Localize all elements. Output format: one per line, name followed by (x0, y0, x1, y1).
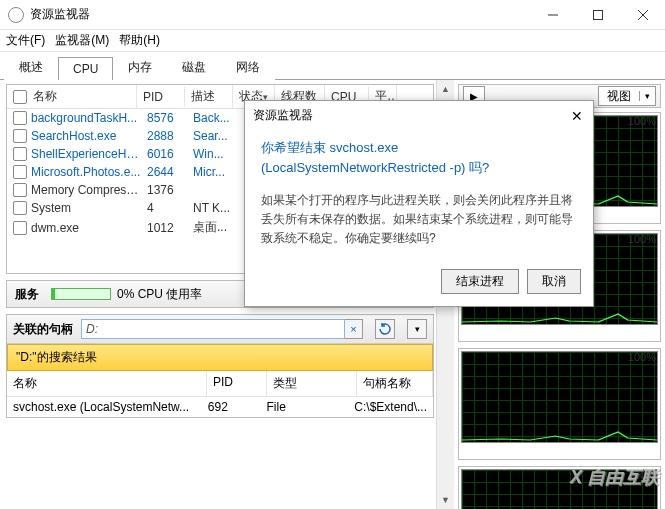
row-checkbox[interactable] (13, 129, 27, 143)
process-pid: 4 (141, 201, 189, 215)
dialog-close-button[interactable]: ✕ (569, 108, 585, 124)
handle-name: svchost.exe (LocalSystemNetw... (7, 400, 202, 414)
hcol-type[interactable]: 类型 (267, 371, 357, 396)
cancel-button[interactable]: 取消 (527, 269, 581, 294)
svg-rect-0 (593, 10, 602, 19)
process-pid: 1376 (141, 183, 189, 197)
dialog-title: 资源监视器 (253, 107, 569, 124)
window-title: 资源监视器 (30, 6, 530, 23)
process-desc: Win... (189, 147, 249, 161)
dialog-question: 你希望结束 svchost.exe (LocalSystemNetworkRes… (245, 130, 593, 185)
cpu-graph: CPU 0100% (458, 466, 661, 509)
confirm-dialog: 资源监视器 ✕ 你希望结束 svchost.exe (LocalSystemNe… (244, 100, 594, 307)
titlebar: 资源监视器 (0, 0, 665, 30)
row-checkbox[interactable] (13, 201, 27, 215)
handles-result-bar: "D:"的搜索结果 (7, 344, 433, 371)
hcol-name[interactable]: 名称 (7, 371, 207, 396)
view-select[interactable]: 视图 ▾ (598, 86, 656, 106)
tab-overview[interactable]: 概述 (4, 54, 58, 80)
menu-monitor[interactable]: 监视器(M) (55, 32, 109, 49)
search-go-button[interactable] (375, 319, 395, 339)
tab-cpu[interactable]: CPU (58, 57, 113, 80)
scroll-up-icon[interactable]: ▲ (437, 80, 454, 98)
handles-panel: 关联的句柄 × ▾ "D:"的搜索结果 名称 PID 类型 句柄名称 svcho… (6, 314, 434, 418)
handles-search-input[interactable] (81, 319, 345, 339)
menubar: 文件(F) 监视器(M) 帮助(H) (0, 30, 665, 52)
graph-scale: 100% (628, 351, 656, 363)
graph-line (462, 304, 657, 324)
graph-scale: 100% (628, 233, 656, 245)
app-icon (8, 7, 24, 23)
handles-row[interactable]: svchost.exe (LocalSystemNetw...692FileC:… (7, 397, 433, 417)
select-all-checkbox[interactable] (13, 90, 27, 104)
tab-bar: 概述 CPU 内存 磁盘 网络 (0, 52, 665, 80)
process-pid: 8576 (141, 111, 189, 125)
process-desc: Micr... (189, 165, 249, 179)
view-label: 视图 (599, 88, 639, 105)
row-checkbox[interactable] (13, 111, 27, 125)
handle-pid: 692 (202, 400, 261, 414)
cpu-graph: 100% (458, 348, 661, 460)
graph-scale: 100% (628, 115, 656, 127)
process-desc: NT K... (189, 201, 249, 215)
hcol-handle[interactable]: 句柄名称 (357, 371, 433, 396)
handles-title: 关联的句柄 (13, 321, 73, 338)
usage-label: 0% CPU 使用率 (117, 286, 202, 303)
col-desc[interactable]: 描述 (185, 85, 233, 108)
maximize-button[interactable] (575, 0, 620, 30)
tab-memory[interactable]: 内存 (113, 54, 167, 80)
close-button[interactable] (620, 0, 665, 30)
process-name: ShellExperienceHo... (31, 147, 141, 161)
chevron-down-icon: ▾ (415, 324, 420, 334)
handle-type: File (260, 400, 348, 414)
minimize-button[interactable] (530, 0, 575, 30)
scroll-down-icon[interactable]: ▼ (437, 491, 454, 509)
handles-rows: svchost.exe (LocalSystemNetw...692FileC:… (7, 397, 433, 417)
end-process-button[interactable]: 结束进程 (441, 269, 519, 294)
graph-scale: 100% (628, 469, 656, 481)
hcol-pid[interactable]: PID (207, 371, 267, 396)
tab-disk[interactable]: 磁盘 (167, 54, 221, 80)
row-checkbox[interactable] (13, 183, 27, 197)
col-pid[interactable]: PID (137, 87, 185, 107)
col-name[interactable]: 名称 (33, 89, 57, 103)
dialog-body: 如果某个打开的程序与此进程关联，则会关闭此程序并且将丢失所有未保存的数据。如果结… (245, 185, 593, 261)
graph-line (462, 422, 657, 442)
menu-file[interactable]: 文件(F) (6, 32, 45, 49)
process-pid: 6016 (141, 147, 189, 161)
process-desc: Back... (189, 111, 249, 125)
handle-path: C:\$Extend\... (348, 400, 433, 414)
process-name: Memory Compress... (31, 183, 141, 197)
row-checkbox[interactable] (13, 221, 27, 235)
process-desc: Sear... (189, 129, 249, 143)
process-name: backgroundTaskH... (31, 111, 141, 125)
process-name: System (31, 201, 141, 215)
usage-bar (51, 288, 111, 300)
process-name: dwm.exe (31, 221, 141, 235)
process-pid: 2888 (141, 129, 189, 143)
process-name: SearchHost.exe (31, 129, 141, 143)
refresh-icon (379, 323, 391, 335)
row-checkbox[interactable] (13, 147, 27, 161)
process-name: Microsoft.Photos.e... (31, 165, 141, 179)
tab-network[interactable]: 网络 (221, 54, 275, 80)
handles-columns: 名称 PID 类型 句柄名称 (7, 371, 433, 397)
process-pid: 2644 (141, 165, 189, 179)
row-checkbox[interactable] (13, 165, 27, 179)
handles-expand-button[interactable]: ▾ (407, 319, 427, 339)
menu-help[interactable]: 帮助(H) (119, 32, 160, 49)
dropdown-icon: ▾ (639, 91, 655, 101)
process-pid: 1012 (141, 221, 189, 235)
process-desc: 桌面... (189, 219, 249, 236)
clear-search-button[interactable]: × (345, 319, 363, 339)
services-title: 服务 (15, 286, 39, 303)
